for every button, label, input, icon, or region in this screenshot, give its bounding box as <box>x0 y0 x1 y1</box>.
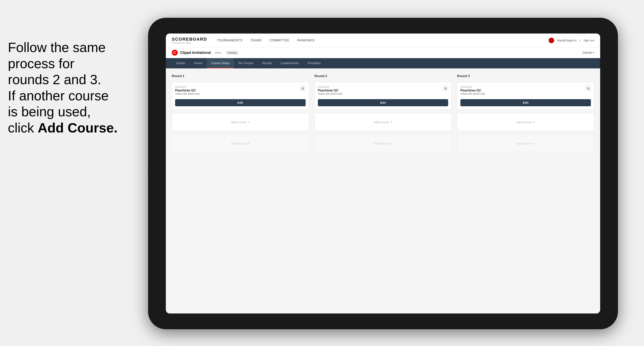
cancel-label: Cancel <box>582 51 592 54</box>
cancel-button[interactable]: Cancel × <box>582 51 594 54</box>
course-label: (Course A) <box>175 86 200 88</box>
nav-right: blair@clippd.io | Sign out <box>549 38 594 43</box>
top-nav: SCOREBOARD Powered by clippd TOURNAMENTS… <box>166 33 600 47</box>
add-course-text: Add Course + <box>231 120 250 124</box>
tournament-name: Clippd Invitational <box>180 51 211 55</box>
round-1-title: Round 1 <box>172 74 309 78</box>
delete-course-button-r2[interactable]: ⊞ <box>443 86 448 91</box>
tab-leaderboards[interactable]: Leaderboards <box>276 58 303 68</box>
instruction-text: Follow the same process for rounds 2 and… <box>8 40 118 135</box>
cancel-section: Cancel × <box>582 51 594 54</box>
nav-committee[interactable]: COMMITTEE <box>270 39 290 42</box>
nav-teams[interactable]: TEAMS <box>250 39 262 42</box>
add-course-card-2a[interactable]: Add Course + <box>314 113 452 131</box>
course-info-block-r3: (Course A) Peachtree GC Yellow (M) (6629… <box>460 86 485 98</box>
round-1-column: Round 1 (Course A) Peachtree GC Yellow (… <box>172 74 309 152</box>
rounds-grid: Round 1 (Course A) Peachtree GC Yellow (… <box>172 74 594 152</box>
sub-header: C Clippd Invitational (Men) Hosting Canc… <box>166 47 600 58</box>
course-name-r2: Peachtree GC <box>318 89 342 92</box>
add-course-label-r3-disabled: Add Course <box>516 142 532 145</box>
sign-out-link[interactable]: Sign out <box>584 39 594 42</box>
add-course-icon-disabled: + <box>248 141 250 146</box>
round-3-course-card: (Course A) Peachtree GC Yellow (M) (6629… <box>457 82 594 110</box>
add-course-label-r2: Add Course <box>374 121 389 124</box>
course-details-r2: Yellow (M) (6629 yds) <box>318 92 342 95</box>
delete-course-button-r3[interactable]: ⊞ <box>585 86 591 91</box>
add-course-text-disabled: Add Course + <box>231 141 250 146</box>
instruction-bold: Add Course. <box>38 120 118 135</box>
user-avatar <box>549 38 554 43</box>
add-course-label: Add Course <box>231 121 246 124</box>
add-course-card-1a[interactable]: Add Course + <box>172 113 309 131</box>
scoreboard-logo: SCOREBOARD Powered by clippd <box>172 37 207 44</box>
course-label-r3: (Course A) <box>460 86 485 88</box>
add-course-card-3a[interactable]: Add Course + <box>457 113 594 131</box>
user-email: blair@clippd.io <box>557 39 577 42</box>
course-name-r3: Peachtree GC <box>460 89 485 92</box>
add-course-label-r3: Add Course <box>516 121 532 124</box>
course-card-header-r2: (Course A) Peachtree GC Yellow (M) (6629… <box>318 86 448 98</box>
logo-title: SCOREBOARD <box>172 37 207 42</box>
sub-header-left: C Clippd Invitational (Men) Hosting <box>172 50 238 56</box>
instruction-panel: Follow the same process for rounds 2 and… <box>0 31 142 144</box>
tab-course-setup[interactable]: Course Setup <box>207 58 234 68</box>
edit-course-button-r3[interactable]: Edit <box>460 99 591 106</box>
course-name: Peachtree GC <box>175 89 200 92</box>
add-course-text-r2: Add Course + <box>374 120 392 124</box>
round-3-column: Round 3 (Course A) Peachtree GC Yellow (… <box>457 74 594 152</box>
nav-tournaments[interactable]: TOURNAMENTS <box>217 39 242 42</box>
course-info-block-r2: (Course A) Peachtree GC Yellow (M) (6629… <box>318 86 342 98</box>
tab-tee-groups[interactable]: Tee Groups <box>234 58 258 68</box>
hosting-badge: Hosting <box>226 51 238 55</box>
nav-left: SCOREBOARD Powered by clippd TOURNAMENTS… <box>172 37 314 44</box>
add-course-icon-r2: + <box>390 120 392 124</box>
delete-course-button[interactable]: ⊞ <box>300 86 306 91</box>
round-2-title: Round 2 <box>314 74 452 78</box>
nav-rankings[interactable]: RANKINGS <box>297 39 315 42</box>
cancel-icon: × <box>592 51 594 54</box>
round-2-course-card: (Course A) Peachtree GC Yellow (M) (6629… <box>314 82 452 110</box>
course-details: Yellow (M) (6629 yds) <box>175 92 200 95</box>
course-label-r2: (Course A) <box>318 86 342 88</box>
round-2-column: Round 2 (Course A) Peachtree GC Yellow (… <box>314 74 452 152</box>
course-details-r3: Yellow (M) (6629 yds) <box>460 92 485 95</box>
logo-subtitle: Powered by clippd <box>172 42 207 44</box>
tablet-device: SCOREBOARD Powered by clippd TOURNAMENTS… <box>148 18 618 329</box>
add-course-icon-r3-disabled: + <box>533 141 535 146</box>
add-course-label-disabled: Add Course <box>231 142 246 145</box>
tab-printables[interactable]: Printables <box>303 58 325 68</box>
main-content: Round 1 (Course A) Peachtree GC Yellow (… <box>166 68 600 314</box>
round-1-course-card: (Course A) Peachtree GC Yellow (M) (6629… <box>172 82 309 110</box>
tab-details[interactable]: Details <box>172 58 190 68</box>
add-course-text-r3: Add Course + <box>516 120 535 124</box>
add-course-icon: + <box>248 120 250 124</box>
course-card-header-r3: (Course A) Peachtree GC Yellow (M) (6629… <box>460 86 591 98</box>
tab-results[interactable]: Results <box>258 58 276 68</box>
course-card-header: (Course A) Peachtree GC Yellow (M) (6629… <box>175 86 306 98</box>
course-info-block: (Course A) Peachtree GC Yellow (M) (6629… <box>175 86 200 98</box>
add-course-card-3b: Add Course + <box>457 135 594 152</box>
edit-course-button-r2[interactable]: Edit <box>318 99 448 106</box>
tab-bar: Details Teams Course Setup Tee Groups Re… <box>166 58 600 68</box>
nav-links: TOURNAMENTS TEAMS COMMITTEE RANKINGS <box>217 39 314 42</box>
tab-teams[interactable]: Teams <box>190 58 207 68</box>
add-course-card-1b: Add Course + <box>172 135 309 152</box>
nav-separator: | <box>580 39 580 42</box>
add-course-label-r2-disabled: Add Course <box>374 142 389 145</box>
add-course-text-r2-disabled: Add Course + <box>374 141 392 146</box>
edit-course-button[interactable]: Edit <box>175 99 306 106</box>
add-course-icon-r2-disabled: + <box>390 141 392 146</box>
add-course-icon-r3: + <box>533 120 535 124</box>
clippd-logo: C <box>172 50 178 56</box>
tournament-gender: (Men) <box>215 51 222 54</box>
tablet-screen: SCOREBOARD Powered by clippd TOURNAMENTS… <box>166 33 600 314</box>
round-3-title: Round 3 <box>457 74 594 78</box>
add-course-text-r3-disabled: Add Course + <box>516 141 535 146</box>
add-course-card-2b: Add Course + <box>314 135 452 152</box>
